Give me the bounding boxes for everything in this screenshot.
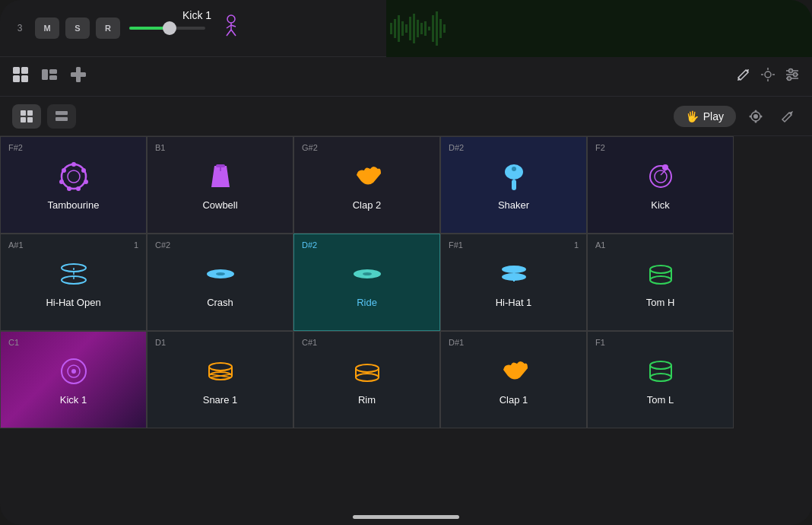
svg-point-97 <box>650 374 671 381</box>
pencil-icon[interactable] <box>736 67 751 86</box>
pad-tom-hi[interactable]: A1 Tom H <box>587 234 734 331</box>
pad-clap1[interactable]: D#1 Clap 1 <box>440 331 587 428</box>
svg-rect-15 <box>424 21 427 36</box>
pad-clap2[interactable]: G#2 Clap 2 <box>293 136 440 234</box>
header-bar: 3 M S R Kick 1 <box>0 0 812 57</box>
svg-rect-19 <box>439 19 442 38</box>
svg-rect-16 <box>428 27 430 30</box>
svg-point-45 <box>755 110 757 112</box>
dot-tool-button[interactable] <box>744 104 768 129</box>
slider-thumb[interactable] <box>163 21 176 35</box>
pad-number-hihat1: 1 <box>574 240 579 250</box>
svg-point-53 <box>84 180 88 184</box>
svg-point-52 <box>81 168 86 173</box>
main-content: F#2 Tambourine B1 <box>0 136 812 525</box>
pad-note-cowbell: B1 <box>155 143 165 152</box>
svg-line-2 <box>227 30 231 36</box>
pad-label-hihat1: Hi-Hat 1 <box>496 297 532 308</box>
pad-note-crash: C#2 <box>155 240 170 250</box>
clap1-icon <box>497 355 531 388</box>
grid-view-icon[interactable] <box>12 66 29 87</box>
pad-hihat1[interactable]: F#1 1 Hi-Hat 1 <box>440 234 587 331</box>
svg-point-48 <box>760 115 763 117</box>
pad-note-tom-lo: F1 <box>595 338 605 347</box>
svg-rect-8 <box>398 15 400 42</box>
svg-line-3 <box>231 30 236 36</box>
device-frame: 3 M S R Kick 1 <box>0 0 812 525</box>
play-label: Play <box>703 110 724 123</box>
sliders-icon[interactable] <box>785 67 800 86</box>
svg-point-56 <box>59 180 64 184</box>
pad-cowbell[interactable]: B1 Cowbell <box>147 136 293 234</box>
grid-view-button[interactable] <box>12 104 41 129</box>
grid-cell-4 <box>27 117 33 123</box>
svg-point-46 <box>755 120 757 123</box>
scroll-indicator <box>353 515 459 519</box>
pad-note-kick1: C1 <box>8 338 19 347</box>
segment-icon <box>55 110 68 123</box>
grid-cell-2 <box>27 110 33 116</box>
svg-rect-58 <box>216 164 225 167</box>
svg-rect-13 <box>417 20 419 37</box>
layout-icon[interactable] <box>41 66 58 87</box>
svg-point-57 <box>62 168 66 173</box>
pad-ride[interactable]: D#2 Ride <box>293 234 440 331</box>
mute-button[interactable]: M <box>35 18 59 39</box>
segment-view-button[interactable] <box>47 104 76 129</box>
pad-rim[interactable]: C#1 Rim <box>293 331 440 428</box>
crash-icon <box>204 257 237 291</box>
svg-point-0 <box>227 15 235 23</box>
pad-tambourine[interactable]: F#2 Tambourine <box>0 136 147 234</box>
brightness-icon[interactable] <box>760 67 776 86</box>
svg-rect-25 <box>42 69 48 80</box>
pad-shaker[interactable]: D#2 Shaker <box>440 136 587 234</box>
svg-point-71 <box>216 272 225 275</box>
svg-rect-26 <box>49 69 57 74</box>
solo-button[interactable]: S <box>65 18 90 39</box>
tom-hi-icon <box>644 257 677 291</box>
hihat1-icon <box>497 257 531 291</box>
pad-note-tambourine: F#2 <box>8 143 23 152</box>
svg-rect-41 <box>56 111 68 115</box>
cowbell-icon <box>204 160 237 193</box>
bottom-bar <box>0 495 812 525</box>
edit-tool-button[interactable] <box>776 104 800 129</box>
pad-label-tom-lo: Tom L <box>647 394 674 406</box>
pad-note-clap1: D#1 <box>449 338 464 347</box>
play-button[interactable]: 🖐 Play <box>674 106 736 127</box>
pad-label-tom-hi: Tom H <box>646 297 675 308</box>
pad-note-hihat-open: A#1 <box>8 240 24 250</box>
pad-label-clap1: Clap 1 <box>500 394 528 406</box>
shaker-icon <box>497 160 531 193</box>
svg-rect-6 <box>390 23 392 34</box>
pad-crash[interactable]: C#2 Crash <box>147 234 293 331</box>
pad-label-snare1: Snare 1 <box>203 394 238 406</box>
pad-tom-lo[interactable]: F1 Tom L <box>587 331 734 428</box>
info-icon[interactable] <box>70 66 87 87</box>
svg-point-47 <box>750 115 752 117</box>
svg-point-90 <box>356 364 379 372</box>
svg-point-73 <box>363 272 372 275</box>
volume-slider[interactable] <box>129 27 205 30</box>
svg-rect-27 <box>49 75 57 80</box>
pad-kick-right[interactable]: F2 Kick <box>587 136 734 234</box>
svg-rect-11 <box>409 17 411 40</box>
pad-kick1[interactable]: C1 Kick 1 <box>0 331 147 428</box>
pad-hihat-open[interactable]: A#1 1 Hi-Hat Open <box>0 234 147 331</box>
svg-point-77 <box>650 266 671 273</box>
pad-label-cowbell: Cowbell <box>202 199 237 211</box>
hihat-open-icon <box>57 257 90 291</box>
pad-label-clap2: Clap 2 <box>353 199 382 211</box>
toolbar2-right: 🖐 Play <box>674 104 800 129</box>
svg-rect-9 <box>401 21 404 36</box>
svg-rect-23 <box>13 75 20 82</box>
svg-line-4 <box>227 25 231 28</box>
pad-snare1[interactable]: D1 Snare 1 <box>147 331 293 428</box>
pad-label-kick-right: Kick <box>651 199 670 211</box>
svg-point-39 <box>794 73 798 77</box>
record-button[interactable]: R <box>96 18 120 39</box>
grid-icon <box>21 110 33 123</box>
drum-header-icon <box>217 13 245 43</box>
grid-cell-3 <box>21 117 26 123</box>
pad-note-tom-hi: A1 <box>595 240 605 250</box>
